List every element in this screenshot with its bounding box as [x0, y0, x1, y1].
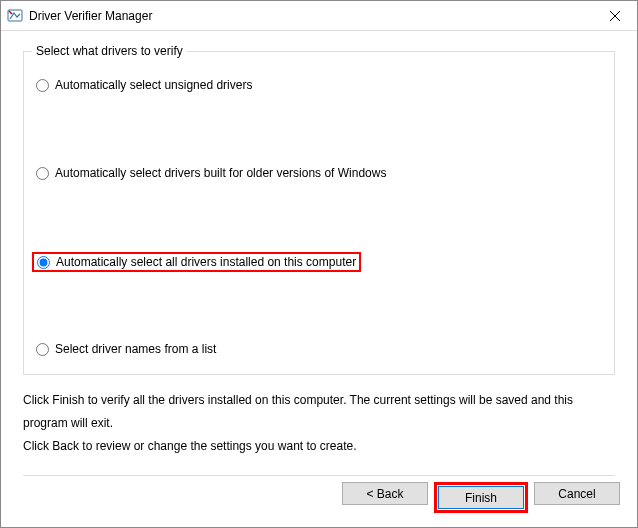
highlight-selected-option: Automatically select all drivers install…: [32, 252, 361, 272]
cancel-button[interactable]: Cancel: [534, 482, 620, 505]
button-separator: [23, 475, 615, 476]
radio-option-from-list[interactable]: Select driver names from a list: [34, 340, 606, 358]
app-icon: [7, 8, 23, 24]
back-button[interactable]: < Back: [342, 482, 428, 505]
close-button[interactable]: [592, 1, 637, 30]
radio-all-drivers-input[interactable]: [37, 256, 50, 269]
instructions-line2: Click Back to review or change the setti…: [23, 435, 615, 458]
radio-from-list-input[interactable]: [36, 343, 49, 356]
radio-from-list-label[interactable]: Select driver names from a list: [55, 342, 216, 356]
radio-unsigned-input[interactable]: [36, 79, 49, 92]
finish-button[interactable]: Finish: [438, 486, 524, 509]
radio-all-drivers-label[interactable]: Automatically select all drivers install…: [56, 255, 356, 269]
window-title: Driver Verifier Manager: [29, 9, 152, 23]
content-pane: Select what drivers to verify Automatica…: [1, 31, 637, 476]
instructions-line1: Click Finish to verify all the drivers i…: [23, 389, 615, 435]
groupbox-legend: Select what drivers to verify: [32, 44, 187, 58]
drivers-groupbox: Select what drivers to verify Automatica…: [23, 51, 615, 375]
radio-older-windows-input[interactable]: [36, 167, 49, 180]
radio-option-all-drivers[interactable]: Automatically select all drivers install…: [37, 255, 356, 269]
radio-older-windows-label[interactable]: Automatically select drivers built for o…: [55, 166, 386, 180]
radio-option-unsigned[interactable]: Automatically select unsigned drivers: [34, 76, 606, 94]
radio-unsigned-label[interactable]: Automatically select unsigned drivers: [55, 78, 252, 92]
button-row: < Back Finish Cancel: [342, 482, 620, 513]
highlight-finish-button: Finish: [434, 482, 528, 513]
radio-option-older-windows[interactable]: Automatically select drivers built for o…: [34, 164, 606, 182]
instructions-text: Click Finish to verify all the drivers i…: [23, 389, 615, 457]
titlebar: Driver Verifier Manager: [1, 1, 637, 31]
